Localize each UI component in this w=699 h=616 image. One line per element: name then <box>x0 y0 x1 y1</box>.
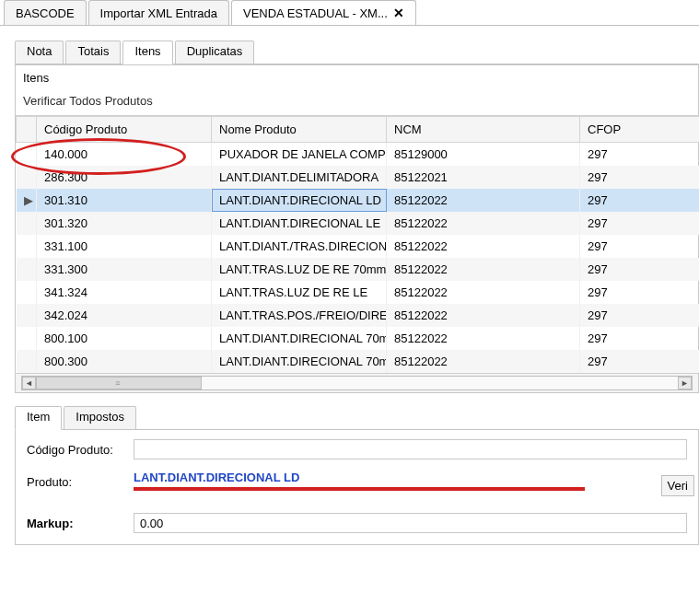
codigo-produto-input[interactable] <box>134 439 687 459</box>
row-indicator <box>17 350 37 373</box>
cell-cfop[interactable]: 297 <box>580 189 700 212</box>
produto-value: LANT.DIANT.DIRECIONAL LD <box>134 471 299 487</box>
row-indicator <box>17 281 37 304</box>
window-tab-importar[interactable]: Importar XML Entrada <box>88 0 229 25</box>
cell-nome[interactable]: LANT.TRAS.LUZ DE RE LE <box>212 281 387 304</box>
cell-codigo[interactable]: 800.100 <box>37 327 212 350</box>
row-indicator <box>17 258 37 281</box>
cell-codigo[interactable]: 331.100 <box>37 235 212 258</box>
table-row[interactable]: 331.100LANT.DIANT./TRAS.DIRECION85122022… <box>17 235 700 258</box>
cell-cfop[interactable]: 297 <box>580 143 700 167</box>
cell-codigo[interactable]: 140.000 <box>37 143 212 167</box>
cell-ncm[interactable]: 85122022 <box>387 304 580 327</box>
cell-nome[interactable]: LANT.DIANT.DELIMITADORA <box>212 166 387 189</box>
window-tab-strip: BASCODE Importar XML Entrada VENDA ESTAD… <box>0 0 699 26</box>
row-indicator <box>17 166 37 189</box>
itens-groupbox: Itens Verificar Todos Produtos Código Pr… <box>15 64 699 393</box>
tab-item[interactable]: Item <box>15 406 62 430</box>
col-header-cfop[interactable]: CFOP <box>580 117 700 143</box>
detail-pane: Código Produto: Produto: LANT.DIANT.DIRE… <box>15 430 699 545</box>
cell-nome[interactable]: LANT.DIANT.DIRECIONAL LE <box>212 212 387 235</box>
cell-cfop[interactable]: 297 <box>580 258 700 281</box>
window-tab-label: VENDA ESTADUAL - XM... <box>243 6 388 20</box>
tab-totais[interactable]: Totais <box>65 41 121 64</box>
inner-tab-strip: Nota Totais Itens Duplicatas <box>15 41 699 64</box>
close-icon[interactable]: ✕ <box>393 6 404 19</box>
cell-ncm[interactable]: 85122021 <box>387 166 580 189</box>
cell-nome[interactable]: PUXADOR DE JANELA COMPL <box>212 143 387 167</box>
cell-codigo[interactable]: 331.300 <box>37 258 212 281</box>
cell-codigo[interactable]: 341.324 <box>37 281 212 304</box>
window-tab-bascode[interactable]: BASCODE <box>4 0 87 25</box>
groupbox-title: Itens <box>16 65 698 88</box>
cell-nome[interactable]: LANT.DIANT.DIRECIONAL 70m <box>212 350 387 373</box>
tab-label: Impostos <box>76 410 124 424</box>
row-indicator <box>17 235 37 258</box>
cell-cfop[interactable]: 297 <box>580 327 700 350</box>
scroll-thumb[interactable]: ≡ <box>36 377 202 389</box>
col-header-codigo[interactable]: Código Produto <box>37 117 212 143</box>
cell-ncm[interactable]: 85122022 <box>387 327 580 350</box>
window-tab-label: BASCODE <box>16 6 75 20</box>
window-tab-label: Importar XML Entrada <box>100 6 217 20</box>
cell-cfop[interactable]: 297 <box>580 350 700 373</box>
table-row[interactable]: 342.024LANT.TRAS.POS./FREIO/DIREC8512202… <box>17 304 700 327</box>
cell-codigo[interactable]: 286.300 <box>37 166 212 189</box>
markup-label: Markup: <box>27 517 128 530</box>
row-indicator <box>17 143 37 167</box>
produto-label: Produto: <box>27 475 128 489</box>
cell-ncm[interactable]: 85122022 <box>387 281 580 304</box>
cell-ncm[interactable]: 85122022 <box>387 235 580 258</box>
cell-codigo[interactable]: 800.300 <box>37 350 212 373</box>
produto-value-wrap: LANT.DIANT.DIRECIONAL LD <box>134 471 687 493</box>
tab-itens[interactable]: Itens <box>122 41 172 64</box>
cell-cfop[interactable]: 297 <box>580 304 700 327</box>
itens-table: Código Produto Nome Produto NCM CFOP 140… <box>16 116 699 373</box>
cell-cfop[interactable]: 297 <box>580 281 700 304</box>
table-row[interactable]: 331.300LANT.TRAS.LUZ DE RE 70mm851220222… <box>17 258 700 281</box>
cell-ncm[interactable]: 85122022 <box>387 212 580 235</box>
cell-ncm[interactable]: 85122022 <box>387 258 580 281</box>
table-row[interactable]: 800.100LANT.DIANT.DIRECIONAL 70m85122022… <box>17 327 700 350</box>
cell-codigo[interactable]: 342.024 <box>37 304 212 327</box>
tab-duplicatas[interactable]: Duplicatas <box>175 41 255 64</box>
row-indicator: ▶ <box>17 189 37 212</box>
table-header-row: Código Produto Nome Produto NCM CFOP <box>17 117 700 143</box>
cell-nome[interactable]: LANT.TRAS.LUZ DE RE 70mm <box>212 258 387 281</box>
cell-ncm[interactable]: 85129000 <box>387 143 580 167</box>
table-row[interactable]: ▶301.310LANT.DIANT.DIRECIONAL LD85122022… <box>17 189 700 212</box>
table-row[interactable]: 140.000PUXADOR DE JANELA COMPL8512900029… <box>17 143 700 167</box>
table-row[interactable]: 301.320LANT.DIANT.DIRECIONAL LE851220222… <box>17 212 700 235</box>
table-row[interactable]: 800.300LANT.DIANT.DIRECIONAL 70m85122022… <box>17 350 700 373</box>
cell-nome[interactable]: LANT.DIANT./TRAS.DIRECION <box>212 235 387 258</box>
tab-nota[interactable]: Nota <box>15 41 64 64</box>
col-header-ncm[interactable]: NCM <box>387 117 580 143</box>
verificar-button[interactable]: Veri <box>661 475 694 496</box>
tab-label: Itens <box>134 44 160 58</box>
cell-codigo[interactable]: 301.320 <box>37 212 212 235</box>
cell-cfop[interactable]: 297 <box>580 166 700 189</box>
annotation-underline <box>134 487 585 491</box>
tab-label: Duplicatas <box>187 44 243 58</box>
scroll-left-button[interactable]: ◄ <box>22 377 36 389</box>
window-tab-venda-estadual[interactable]: VENDA ESTADUAL - XM... ✕ <box>231 0 416 25</box>
col-header-nome[interactable]: Nome Produto <box>212 117 387 143</box>
cell-ncm[interactable]: 85122022 <box>387 350 580 373</box>
cell-nome[interactable]: LANT.TRAS.POS./FREIO/DIREC <box>212 304 387 327</box>
cell-cfop[interactable]: 297 <box>580 235 700 258</box>
verificar-todos-produtos-link[interactable]: Verificar Todos Produtos <box>23 94 153 108</box>
tab-impostos[interactable]: Impostos <box>64 406 136 429</box>
row-indicator-header <box>17 117 37 143</box>
markup-input[interactable] <box>134 513 687 533</box>
tab-label: Item <box>27 410 50 424</box>
table-row[interactable]: 341.324LANT.TRAS.LUZ DE RE LE85122022297 <box>17 281 700 304</box>
cell-codigo[interactable]: 301.310 <box>37 189 212 212</box>
cell-nome[interactable]: LANT.DIANT.DIRECIONAL LD <box>212 189 387 212</box>
cell-ncm[interactable]: 85122022 <box>387 189 580 212</box>
scroll-right-button[interactable]: ► <box>678 377 692 389</box>
table-row[interactable]: 286.300LANT.DIANT.DELIMITADORA8512202129… <box>17 166 700 189</box>
tab-label: Totais <box>77 44 109 58</box>
cell-nome[interactable]: LANT.DIANT.DIRECIONAL 70m <box>212 327 387 350</box>
horizontal-scrollbar[interactable]: ◄ ≡ ► <box>16 373 698 392</box>
cell-cfop[interactable]: 297 <box>580 212 700 235</box>
